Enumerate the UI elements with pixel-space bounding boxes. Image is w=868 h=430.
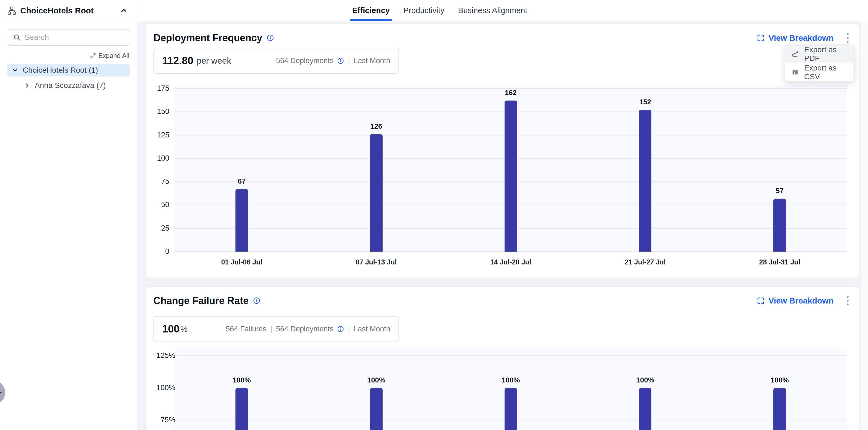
card-header: Change Failure Rate View Breakdown	[146, 287, 859, 308]
y-axis-tick-label: 100	[146, 154, 169, 163]
y-axis-tick-label: 150	[146, 107, 169, 116]
bar-value-label: 100%	[233, 376, 251, 385]
tree-item-label: Anna Scozzafava (7)	[35, 81, 106, 90]
bar-value-label: 100%	[367, 376, 385, 385]
search-input[interactable]	[25, 33, 124, 42]
export-dropdown-menu: Export as PDF Export as CSV	[785, 44, 854, 82]
sidebar-header: ChoiceHotels Root	[0, 0, 137, 21]
top-tab-bar: Efficiency Productivity Business Alignme…	[137, 0, 868, 21]
x-axis-tick-label: 28 Jul-31 Jul	[759, 258, 800, 266]
vertical-scrollbar[interactable]	[861, 21, 868, 430]
tab-label: Efficiency	[352, 6, 390, 15]
card-title: Deployment Frequency	[153, 32, 262, 44]
bar-value-label: 100%	[636, 376, 654, 385]
bar-value-label: 100%	[501, 376, 520, 385]
play-arrow-icon	[0, 390, 2, 396]
kebab-menu-button[interactable]	[844, 294, 851, 308]
bar-value-label: 152	[640, 98, 651, 106]
sidebar-search	[8, 29, 129, 46]
expand-arrows-icon	[90, 53, 96, 59]
card-header: Deployment Frequency View Breakdown	[146, 24, 859, 45]
main-area: Efficiency Productivity Business Alignme…	[137, 0, 868, 430]
bar-value-label: 67	[238, 177, 246, 186]
expand-all-label: Expand All	[98, 52, 129, 60]
y-axis-tick-label: 75	[146, 177, 169, 186]
sidebar: ChoiceHotels Root Expand All ChoiceHote	[0, 0, 137, 430]
bar-value-label: 100%	[771, 376, 789, 385]
bar-value-label: 126	[370, 122, 382, 131]
bar-value-label: 57	[776, 187, 784, 195]
sidebar-drawer-handle[interactable]	[0, 380, 5, 405]
menu-item-label: Export as PDF	[804, 45, 847, 63]
search-icon	[13, 34, 21, 41]
y-axis-tick-label: 100%	[146, 384, 175, 392]
view-breakdown-button[interactable]: View Breakdown	[757, 33, 834, 43]
bar[interactable]	[236, 189, 248, 252]
app-root: ChoiceHotels Root Expand All ChoiceHote	[0, 0, 868, 430]
gridline	[175, 356, 847, 356]
y-axis-tick-label: 0	[146, 247, 169, 256]
tab-efficiency[interactable]: Efficiency	[352, 0, 390, 21]
tab-business-alignment[interactable]: Business Alignment	[458, 0, 528, 21]
tabs: Efficiency Productivity Business Alignme…	[352, 0, 528, 21]
bar-value-label: 162	[505, 89, 517, 97]
kebab-menu-button[interactable]	[844, 31, 851, 45]
view-breakdown-button[interactable]: View Breakdown	[757, 296, 834, 305]
tab-label: Business Alignment	[458, 6, 527, 15]
table-icon	[792, 68, 799, 76]
expand-all-row: Expand All	[8, 52, 129, 60]
bar[interactable]	[370, 134, 382, 252]
org-hierarchy-icon	[7, 6, 17, 15]
y-axis-tick-label: 25	[146, 224, 169, 232]
tab-productivity[interactable]: Productivity	[403, 0, 445, 21]
bar[interactable]	[504, 101, 517, 252]
view-breakdown-label: View Breakdown	[769, 296, 834, 305]
bar[interactable]	[504, 388, 517, 430]
bar[interactable]	[370, 388, 382, 430]
sidebar-collapse-button[interactable]	[118, 5, 130, 16]
chevron-down-icon	[12, 67, 18, 73]
tab-label: Productivity	[403, 6, 444, 15]
expand-all-button[interactable]: Expand All	[90, 52, 129, 60]
deployment-frequency-card: Deployment Frequency View Breakdown	[146, 24, 859, 278]
y-axis-tick-label: 175	[146, 84, 169, 93]
info-icon[interactable]	[253, 297, 260, 304]
tree-item-anna-scozzafava[interactable]: Anna Scozzafava (7)	[20, 79, 130, 92]
x-axis-tick-label: 14 Jul-20 Jul	[490, 258, 531, 266]
card-title: Change Failure Rate	[153, 295, 249, 306]
y-axis-tick-label: 125	[146, 131, 169, 139]
change-failure-rate-card: Change Failure Rate View Breakdown	[146, 286, 859, 430]
card-header-actions: View Breakdown	[757, 31, 851, 45]
y-axis-tick-label: 75%	[146, 416, 175, 424]
card-header-actions: View Breakdown	[757, 294, 851, 308]
chevron-up-icon	[120, 7, 127, 14]
chevron-right-icon	[24, 82, 30, 89]
chart-export-icon	[792, 50, 799, 58]
bar[interactable]	[773, 199, 786, 252]
org-tree: ChoiceHotels Root (1) Anna Scozzafava (7…	[7, 64, 130, 92]
tree-item-choicehotels-root[interactable]: ChoiceHotels Root (1)	[7, 64, 130, 76]
y-axis-tick-label: 125%	[146, 351, 175, 360]
menu-item-label: Export as CSV	[804, 64, 847, 81]
tree-item-label: ChoiceHotels Root (1)	[23, 66, 98, 74]
deployment-frequency-chart: 17515012510075502506701 Jul-06 Jul12607 …	[146, 24, 859, 277]
menu-item-export-pdf[interactable]: Export as PDF	[785, 45, 854, 63]
bar[interactable]	[236, 388, 248, 430]
expand-corners-icon	[757, 297, 765, 305]
bar[interactable]	[639, 110, 651, 252]
x-axis-tick-label: 21 Jul-27 Jul	[625, 258, 665, 266]
view-breakdown-label: View Breakdown	[769, 33, 834, 43]
bar[interactable]	[639, 388, 651, 430]
x-axis-tick-label: 01 Jul-06 Jul	[221, 258, 262, 266]
y-axis-tick-label: 50	[146, 201, 169, 209]
menu-item-export-csv[interactable]: Export as CSV	[785, 63, 854, 81]
x-axis-tick-label: 07 Jul-13 Jul	[356, 258, 397, 266]
expand-corners-icon	[757, 34, 765, 42]
content-scroll-area: Deployment Frequency View Breakdown	[137, 21, 868, 430]
bar[interactable]	[773, 388, 786, 430]
sidebar-title: ChoiceHotels Root	[20, 6, 94, 15]
change-failure-rate-chart: 125%100%75%100%01 Jul-06 Jul100%07 Jul-1…	[146, 287, 859, 430]
info-icon[interactable]	[267, 34, 274, 41]
